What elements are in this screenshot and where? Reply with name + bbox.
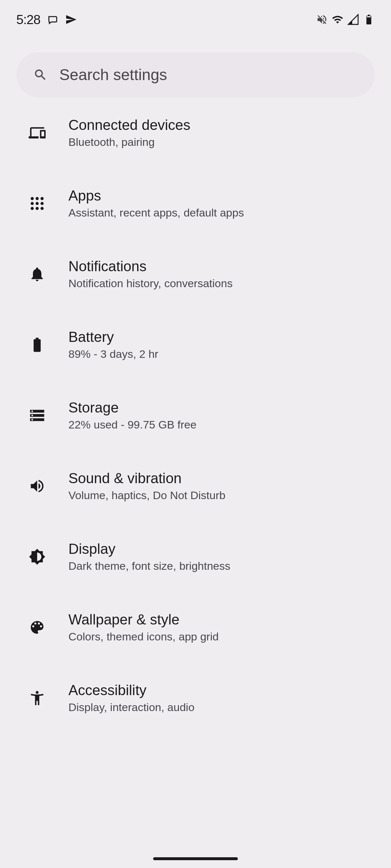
item-title: Accessibility — [68, 682, 195, 699]
svg-point-5 — [35, 202, 39, 205]
item-title: Storage — [68, 400, 196, 416]
search-placeholder: Search settings — [59, 66, 167, 84]
settings-item-connected-devices[interactable]: Connected devices Bluetooth, pairing — [0, 107, 391, 168]
settings-item-battery[interactable]: Battery 89% - 3 days, 2 hr — [0, 309, 391, 380]
item-subtitle: Dark theme, font size, brightness — [68, 560, 230, 572]
settings-item-apps[interactable]: Apps Assistant, recent apps, default app… — [0, 168, 391, 239]
svg-point-6 — [40, 202, 44, 205]
mute-icon — [316, 14, 328, 25]
palette-icon — [29, 619, 46, 636]
item-subtitle: Colors, themed icons, app grid — [68, 630, 219, 643]
item-subtitle: Notification history, conversations — [68, 277, 233, 290]
item-title: Battery — [68, 329, 158, 345]
settings-list: Connected devices Bluetooth, pairing App… — [0, 107, 391, 733]
svg-point-3 — [40, 197, 44, 200]
item-subtitle: Bluetooth, pairing — [68, 136, 190, 149]
brightness-icon — [29, 548, 46, 565]
item-text: Connected devices Bluetooth, pairing — [68, 117, 190, 149]
svg-point-9 — [40, 207, 44, 210]
item-subtitle: Volume, haptics, Do Not Disturb — [68, 489, 225, 502]
settings-item-storage[interactable]: Storage 22% used - 99.75 GB free — [0, 380, 391, 451]
item-text: Display Dark theme, font size, brightnes… — [68, 541, 230, 572]
status-bar: 5:28 — [0, 0, 391, 33]
item-subtitle: 22% used - 99.75 GB free — [68, 418, 196, 431]
item-text: Sound & vibration Volume, haptics, Do No… — [68, 470, 225, 502]
svg-rect-0 — [367, 16, 371, 18]
apps-icon — [29, 195, 46, 212]
status-left: 5:28 — [16, 12, 77, 27]
bell-icon — [29, 266, 46, 283]
item-title: Display — [68, 541, 230, 557]
svg-point-7 — [31, 207, 34, 210]
status-right — [316, 14, 375, 25]
settings-item-accessibility[interactable]: Accessibility Display, interaction, audi… — [0, 662, 391, 733]
navigation-handle[interactable] — [153, 857, 238, 860]
svg-point-4 — [31, 202, 34, 205]
item-text: Wallpaper & style Colors, themed icons, … — [68, 612, 219, 643]
item-title: Wallpaper & style — [68, 612, 219, 628]
item-title: Connected devices — [68, 117, 190, 133]
battery-icon — [29, 336, 46, 353]
item-subtitle: Display, interaction, audio — [68, 701, 195, 714]
svg-point-2 — [35, 197, 39, 200]
battery-status-icon — [363, 14, 375, 25]
svg-point-1 — [31, 197, 34, 200]
item-text: Accessibility Display, interaction, audi… — [68, 682, 195, 714]
send-notification-icon — [65, 14, 77, 25]
search-settings-bar[interactable]: Search settings — [16, 52, 375, 97]
settings-item-sound[interactable]: Sound & vibration Volume, haptics, Do No… — [0, 451, 391, 521]
item-subtitle: 89% - 3 days, 2 hr — [68, 348, 158, 361]
item-text: Storage 22% used - 99.75 GB free — [68, 400, 196, 431]
svg-point-8 — [35, 207, 39, 210]
wifi-icon — [332, 14, 343, 25]
item-text: Battery 89% - 3 days, 2 hr — [68, 329, 158, 361]
search-icon — [33, 68, 48, 82]
volume-icon — [29, 477, 46, 495]
item-text: Notifications Notification history, conv… — [68, 258, 233, 290]
item-subtitle: Assistant, recent apps, default apps — [68, 207, 244, 219]
signal-icon — [347, 14, 359, 25]
settings-item-notifications[interactable]: Notifications Notification history, conv… — [0, 239, 391, 309]
item-title: Sound & vibration — [68, 470, 225, 487]
settings-item-wallpaper[interactable]: Wallpaper & style Colors, themed icons, … — [0, 592, 391, 662]
item-title: Apps — [68, 188, 244, 204]
devices-icon — [29, 124, 46, 141]
item-text: Apps Assistant, recent apps, default app… — [68, 188, 244, 219]
message-notification-icon — [47, 14, 59, 25]
settings-item-display[interactable]: Display Dark theme, font size, brightnes… — [0, 521, 391, 592]
storage-icon — [29, 407, 46, 424]
accessibility-icon — [29, 689, 46, 707]
item-title: Notifications — [68, 258, 233, 275]
clock: 5:28 — [16, 12, 40, 27]
